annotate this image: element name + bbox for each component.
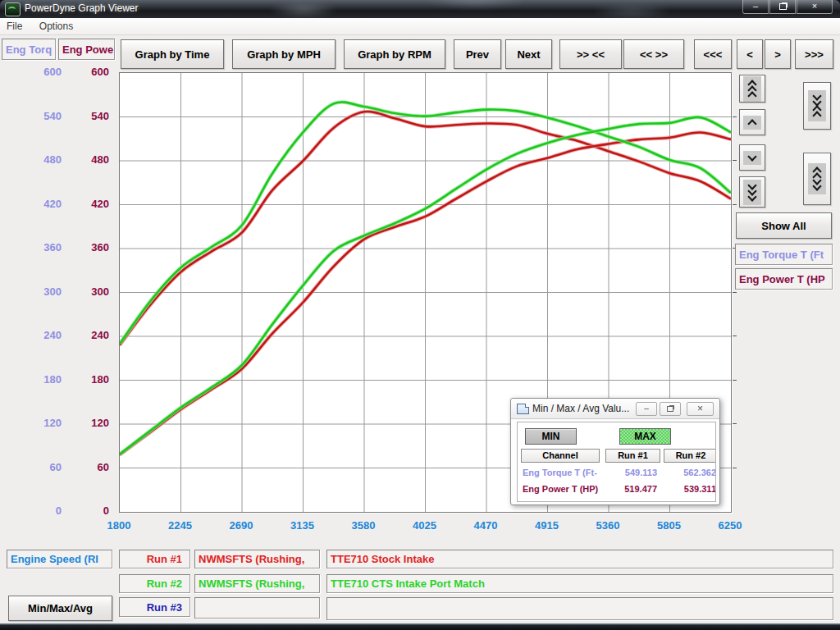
- run3-label-box[interactable]: Run #3: [119, 597, 190, 617]
- menu-file[interactable]: File: [0, 19, 29, 34]
- power-tick-label: 240: [0, 329, 109, 341]
- menu-bar: File Options: [0, 18, 840, 35]
- run2-label-box[interactable]: Run #2: [119, 574, 190, 593]
- pan-right-fast-button[interactable]: >>>: [795, 39, 833, 69]
- torque-run2-max-value: 562.362: [662, 468, 716, 477]
- scale-up-button[interactable]: [739, 109, 765, 135]
- minmax-window-titlebar[interactable]: Min / Max / Avg Valu... – ×: [511, 399, 719, 419]
- rpm-tick-label: 2245: [156, 519, 205, 532]
- rpm-tick-label: 2690: [217, 519, 266, 532]
- power-tick-label: 120: [0, 417, 109, 429]
- zoom-out-x-button[interactable]: << >>: [623, 39, 684, 69]
- right-axis-tick: [731, 204, 737, 205]
- torque-series-label[interactable]: Eng Torque T (Ft: [735, 244, 833, 265]
- close-button[interactable]: ×: [797, 0, 833, 14]
- run2-file-box[interactable]: NWMSFTS (Rushing,: [194, 574, 320, 593]
- max-toggle-button[interactable]: MAX: [619, 428, 671, 445]
- rpm-tick-label: 4025: [400, 519, 450, 532]
- show-all-button[interactable]: Show All: [736, 212, 832, 239]
- rpm-tick-label: 1800: [94, 519, 144, 532]
- graph-by-time-button[interactable]: Graph by Time: [121, 39, 224, 69]
- aero-glass-decoration: [205, 0, 779, 18]
- restore-button[interactable]: [769, 0, 796, 14]
- rpm-tick-label: 4470: [461, 519, 510, 532]
- minmax-values-window[interactable]: Min / Max / Avg Valu... – × MIN MAX Chan…: [510, 398, 720, 505]
- power-tick-label: 360: [0, 241, 109, 253]
- power-run2-max-value: 539.311: [662, 484, 716, 494]
- chevron-down-icon: [743, 151, 761, 165]
- minmax-window-title: Min / Max / Avg Valu...: [532, 403, 629, 414]
- run1-desc-box[interactable]: TTE710 Stock Intake: [326, 550, 833, 568]
- power-series-label[interactable]: Eng Power T (HP: [735, 268, 833, 290]
- right-axis-tick: [731, 423, 737, 424]
- scale-down-fast-button[interactable]: [739, 176, 765, 208]
- torque-channel-cell: Eng Torque T (Ft-: [523, 468, 597, 477]
- run3-desc-box[interactable]: [326, 597, 833, 620]
- chevron-up-icon: [743, 116, 761, 130]
- minimize-button[interactable]: –: [742, 0, 769, 14]
- rpm-tick-label: 3135: [278, 519, 327, 532]
- scale-down-button[interactable]: [739, 144, 765, 171]
- prev-button[interactable]: Prev: [454, 39, 501, 69]
- right-axis-tick: [731, 116, 737, 117]
- window-title: PowerDyne Graph Viewer: [25, 2, 139, 14]
- chevron-down-triple-icon: [743, 180, 761, 205]
- right-axis-tick: [731, 160, 737, 161]
- power-tick-label: 540: [0, 110, 109, 122]
- rpm-tick-label: 5360: [583, 519, 632, 532]
- title-bar[interactable]: PowerDyne Graph Viewer – ×: [0, 0, 840, 18]
- minmax-avg-button[interactable]: Min/Max/Avg: [8, 596, 112, 621]
- restore-icon: [779, 3, 787, 10]
- power-run1-max-value: 519.477: [603, 484, 657, 494]
- power-channel-button[interactable]: Eng Powe: [58, 39, 115, 60]
- minmax-minimize-button[interactable]: –: [636, 402, 657, 416]
- power-tick-label: 180: [0, 373, 109, 386]
- rpm-tick-label: 3580: [339, 519, 388, 532]
- power-tick-label: 600: [0, 66, 109, 78]
- rpm-tick-label: 5805: [645, 519, 694, 532]
- run2-desc-box[interactable]: TTE710 CTS Intake Port Match: [326, 574, 833, 593]
- rpm-tick-label: 4915: [523, 519, 572, 532]
- powerdyne-window: PowerDyne Graph Viewer – × File Options …: [0, 0, 840, 630]
- run3-file-box[interactable]: [194, 597, 320, 619]
- min-toggle-button[interactable]: MIN: [525, 428, 577, 445]
- power-tick-label: 300: [0, 285, 109, 298]
- zoom-in-x-button[interactable]: >> <<: [559, 39, 622, 69]
- chevrons-expand-icon: [808, 163, 826, 194]
- rpm-tick-label: 6250: [705, 519, 755, 532]
- minmax-restore-icon: [667, 406, 673, 412]
- app-icon: [5, 2, 21, 16]
- right-axis-tick: [731, 380, 737, 381]
- graph-by-mph-button[interactable]: Graph by MPH: [232, 39, 336, 69]
- column-header-run1[interactable]: Run #1: [605, 449, 660, 463]
- next-button[interactable]: Next: [505, 39, 552, 69]
- right-axis-tick: [731, 468, 737, 468]
- minmax-restore-button[interactable]: [660, 402, 681, 416]
- power-tick-label: 420: [0, 198, 109, 210]
- column-header-run2[interactable]: Run #2: [664, 449, 716, 463]
- power-tick-label: 60: [0, 461, 109, 473]
- column-header-channel[interactable]: Channel: [521, 449, 600, 463]
- minmax-window-icon: [517, 404, 529, 414]
- chevron-up-triple-icon: [743, 76, 761, 102]
- menu-options[interactable]: Options: [33, 19, 80, 34]
- right-axis-tick: [731, 336, 737, 336]
- pan-right-button[interactable]: >: [765, 39, 791, 69]
- expand-scale-button[interactable]: [803, 153, 831, 205]
- client-area: Eng Torq Eng Powe Graph by Time Graph by…: [0, 35, 840, 623]
- right-axis-tick: [731, 292, 737, 293]
- torque-channel-button[interactable]: Eng Torq: [2, 39, 56, 60]
- compress-scale-button[interactable]: [803, 82, 831, 130]
- power-channel-cell: Eng Power T (HP): [523, 484, 598, 494]
- minmax-table-panel: MIN MAX Channel Run #1 Run #2 Eng Torque…: [517, 422, 716, 502]
- run1-file-box[interactable]: NWMSFTS (Rushing,: [194, 550, 320, 568]
- minmax-close-button[interactable]: ×: [687, 402, 714, 416]
- scale-up-fast-button[interactable]: [739, 75, 765, 103]
- power-tick-label: 480: [0, 153, 109, 166]
- pan-left-fast-button[interactable]: <<<: [694, 39, 732, 69]
- pan-left-button[interactable]: <: [737, 39, 763, 69]
- run1-label-box[interactable]: Run #1: [119, 550, 190, 568]
- graph-by-rpm-button[interactable]: Graph by RPM: [344, 39, 445, 69]
- x-channel-box[interactable]: Engine Speed (RI: [7, 550, 112, 568]
- power-tick-label: 0: [0, 504, 109, 517]
